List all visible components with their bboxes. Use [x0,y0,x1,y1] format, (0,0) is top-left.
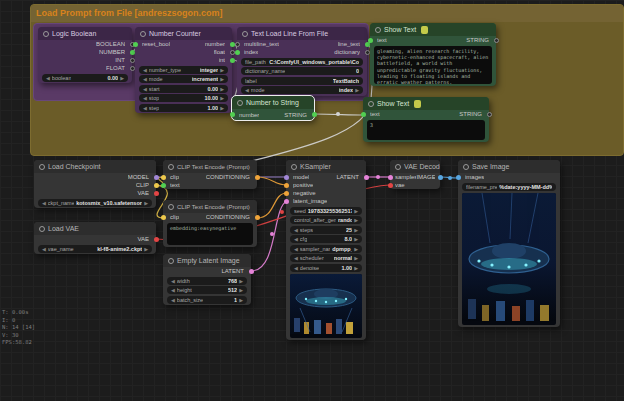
node-number-counter[interactable]: Number Counter reset_boolnumber float in… [135,27,232,113]
right-arrow-icon[interactable]: ▶ [354,246,358,252]
collapse-dot-icon[interactable] [368,101,374,107]
node-header[interactable]: KSampler [286,160,366,173]
widget-step[interactable]: ◀step1.00▶ [139,104,228,112]
collapse-dot-icon[interactable] [43,31,49,37]
node-empty-latent[interactable]: Empty Latent Image LATENT ◀width768▶ ◀he… [163,254,251,305]
node-logic-boolean[interactable]: Logic Boolean BOOLEAN NUMBER INT FLOAT ◀… [38,27,132,83]
left-arrow-icon[interactable]: ◀ [294,227,298,233]
collapse-dot-icon[interactable] [140,31,146,37]
right-arrow-icon[interactable]: ▶ [354,255,358,261]
input-slot[interactable] [368,38,373,43]
node-load-vae[interactable]: Load VAE VAE ◀vae_namekl-f8-anime2.ckpt▶ [34,222,156,254]
group-title[interactable]: Load Prompt from File [andreszsogon.com] [31,5,623,22]
widget-scheduler[interactable]: ◀schedulernormal▶ [290,254,362,262]
widget-boolean[interactable]: ◀boolean0.00▶ [42,74,128,82]
left-arrow-icon[interactable]: ◀ [171,287,175,293]
node-header[interactable]: Number Counter [135,27,232,40]
output-slot[interactable] [438,175,443,180]
link-midpoint-dot[interactable] [448,176,452,180]
right-arrow-icon[interactable]: ▶ [239,278,243,284]
link-cond-positive[interactable] [257,177,287,185]
output-slot[interactable] [130,50,135,55]
output-slot[interactable] [249,269,254,274]
left-arrow-icon[interactable]: ◀ [294,246,298,252]
left-arrow-icon[interactable]: ◀ [171,278,175,284]
input-slot[interactable] [161,215,166,220]
widget-number-type[interactable]: ◀number_typeinteger▶ [139,66,228,74]
collapse-dot-icon[interactable] [375,27,381,33]
node-header[interactable]: Number to String [232,96,314,109]
output-slot[interactable] [255,215,260,220]
node-vae-decode[interactable]: VAE Decode samplesIMAGE vae [390,160,440,189]
collapse-dot-icon[interactable] [237,100,243,106]
widget-ckpt-name[interactable]: ◀ckpt_namekotosmix_v10.safetensors▶ [38,199,152,207]
collapse-dot-icon[interactable] [39,226,45,232]
input-slot[interactable] [235,50,240,55]
widget-denoise[interactable]: ◀denoise1.00▶ [290,264,362,272]
link-midpoint-dot[interactable] [376,175,380,179]
widget-mode[interactable]: ◀modeincrement▶ [139,75,228,83]
left-arrow-icon[interactable]: ◀ [143,105,147,111]
right-arrow-icon[interactable]: ▶ [220,95,224,101]
input-slot[interactable] [456,175,461,180]
node-header[interactable]: Show Text [363,97,489,110]
input-slot[interactable] [161,183,166,188]
right-arrow-icon[interactable]: ▶ [220,105,224,111]
output-slot[interactable] [364,175,369,180]
input-slot[interactable] [388,175,393,180]
input-slot[interactable] [361,112,366,117]
input-slot[interactable] [133,42,138,47]
collapse-dot-icon[interactable] [395,164,401,170]
widget-height[interactable]: ◀height512▶ [167,286,247,294]
widget-start[interactable]: ◀start0.00▶ [139,85,228,93]
left-arrow-icon[interactable]: ◀ [42,246,46,252]
node-header[interactable]: VAE Decode [390,160,440,173]
node-save-image[interactable]: Save Image images filename_prefix%date:y… [458,160,560,327]
node-header[interactable]: CLIP Text Encode (Prompt) [163,160,257,173]
left-arrow-icon[interactable]: ◀ [294,255,298,261]
link-image-saveimage[interactable] [440,177,457,178]
widget-cfg[interactable]: ◀cfg8.0▶ [290,235,362,243]
input-slot[interactable] [235,42,240,47]
left-arrow-icon[interactable]: ◀ [294,265,298,271]
widget-filename-prefix[interactable]: filename_prefix%date:yyyy-MM-dd%/%date:h [462,183,556,191]
right-arrow-icon[interactable]: ▶ [239,287,243,293]
node-show-text-1[interactable]: Show Text textSTRING gleaming, alien res… [370,23,496,86]
right-arrow-icon[interactable]: ▶ [220,67,224,73]
right-arrow-icon[interactable]: ▶ [220,76,224,82]
widget-stop[interactable]: ◀stop10.00▶ [139,94,228,102]
input-slot[interactable] [284,183,289,188]
output-slot[interactable] [230,50,235,55]
widget-sampler-name[interactable]: ◀sampler_namedpmpp_2m▶ [290,245,362,253]
output-slot[interactable] [365,50,370,55]
right-arrow-icon[interactable]: ▶ [354,227,358,233]
prompt-textarea[interactable]: embedding:easynegative [167,223,253,245]
output-slot[interactable] [255,175,260,180]
output-slot[interactable] [130,66,135,71]
widget-batch-size[interactable]: ◀batch_size1▶ [167,296,247,304]
node-header[interactable]: Show Text [370,23,496,36]
output-slot[interactable] [130,58,135,63]
output-slot[interactable] [154,237,159,242]
widget-label[interactable]: labelTextBatch [241,77,363,85]
input-slot[interactable] [284,199,289,204]
collapse-dot-icon[interactable] [463,164,469,170]
collapse-dot-icon[interactable] [168,258,174,264]
node-header[interactable]: Logic Boolean [38,27,132,40]
input-slot[interactable] [284,175,289,180]
node-show-text-2[interactable]: Show Text textSTRING 3 [363,97,489,142]
text-display[interactable]: 3 [367,120,485,140]
left-arrow-icon[interactable]: ◀ [143,86,147,92]
input-slot[interactable] [388,183,393,188]
left-arrow-icon[interactable]: ◀ [143,67,147,73]
collapse-dot-icon[interactable] [168,204,174,210]
node-clip-encode-negative[interactable]: CLIP Text Encode (Prompt) clipCONDITIONI… [163,200,257,247]
link-midpoint-dot[interactable] [270,232,274,236]
output-slot[interactable] [154,191,159,196]
widget-width[interactable]: ◀width768▶ [167,277,247,285]
widget-dictionary-name[interactable]: dictionary_name0 [241,67,363,75]
output-slot[interactable] [230,42,235,47]
output-slot[interactable] [312,112,317,117]
node-header[interactable]: Text Load Line From File [237,27,367,40]
text-display[interactable]: gleaming, alien research facility, cyber… [374,46,492,84]
